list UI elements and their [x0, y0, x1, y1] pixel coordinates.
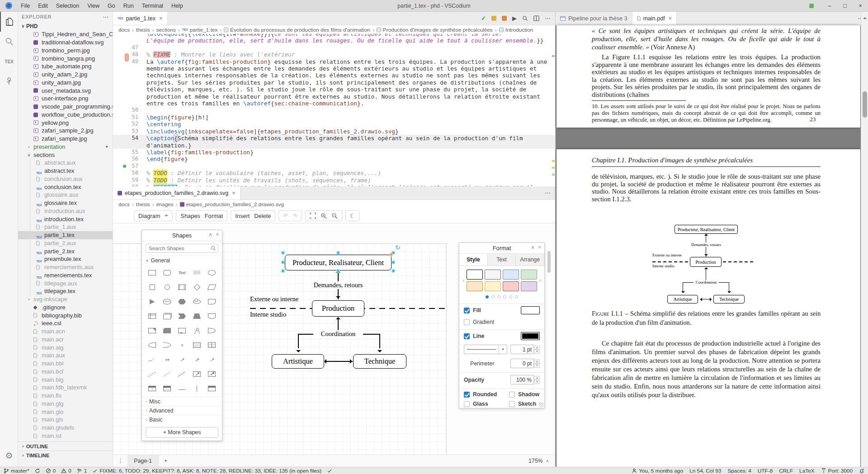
status-crlf[interactable]: CRLF: [779, 468, 793, 474]
maximize-button[interactable]: □: [837, 0, 853, 11]
node-production[interactable]: Production: [312, 300, 364, 317]
node-technique[interactable]: Technique: [353, 354, 406, 369]
opacity-input[interactable]: 100 %: [510, 375, 534, 384]
shape-trapezoid[interactable]: [189, 309, 204, 323]
shape-list[interactable]: [189, 338, 204, 352]
tab-drawio-svg[interactable]: etapes_production_familles_2.drawio.svg …: [113, 186, 241, 199]
file-row[interactable]: .gitignore: [18, 303, 113, 312]
close-tab-icon[interactable]: ×: [232, 190, 236, 196]
file-row[interactable]: abstract.aux: [18, 159, 113, 167]
file-row[interactable]: main.blg: [18, 375, 113, 384]
label-coordination[interactable]: Coordination: [313, 330, 363, 338]
menu-file[interactable]: File: [17, 3, 34, 9]
selection-handle[interactable]: [392, 261, 395, 264]
swatch-prev-icon[interactable]: ‹: [460, 277, 467, 284]
file-row[interactable]: main.aux: [18, 351, 113, 360]
selection-handle[interactable]: [336, 251, 340, 255]
fill-color-button[interactable]: [521, 306, 540, 314]
menu-run[interactable]: Run: [119, 3, 138, 9]
shape-or[interactable]: [204, 323, 219, 338]
breadcrumb-item[interactable]: Introduction: [505, 27, 533, 33]
shape-internal-storage[interactable]: [145, 309, 160, 323]
gradient-checkbox[interactable]: [464, 319, 470, 325]
status-check[interactable]: [327, 468, 332, 474]
tab-partie-1-tex[interactable]: TEX partie_1.tex ×: [113, 12, 168, 25]
settings-gear-icon[interactable]: ⚙: [0, 450, 18, 460]
shape-rounded-rectangle[interactable]: [160, 265, 175, 280]
selection-handle[interactable]: [336, 269, 340, 273]
shape-cube[interactable]: [160, 309, 175, 323]
shapes-format-buttons[interactable]: Shapes Format: [176, 210, 227, 221]
scroll-up-icon[interactable]: [863, 15, 867, 19]
menu-selection[interactable]: Selection: [52, 3, 83, 9]
file-row[interactable]: conclusion.aux: [18, 175, 113, 183]
build-play-icon[interactable]: ▶: [512, 15, 517, 22]
shape-actor[interactable]: [189, 323, 204, 338]
perimeter-stepper[interactable]: ▲▼: [534, 360, 540, 368]
status-branch[interactable]: master*: [4, 468, 29, 474]
shape-table[interactable]: [204, 338, 219, 352]
style-swatch[interactable]: [521, 281, 537, 291]
shape-cloud[interactable]: [189, 294, 204, 309]
line-checkbox[interactable]: [464, 333, 470, 339]
shape-swimlane[interactable]: [204, 381, 219, 396]
label-interne[interactable]: Interne studio: [250, 311, 286, 318]
more-actions-icon[interactable]: ⋯: [545, 15, 551, 22]
breadcrumb-item[interactable]: Production d'images de synthèse précalcu…: [383, 27, 493, 33]
file-row[interactable]: main.glg: [18, 400, 113, 408]
resize-grip[interactable]: [539, 403, 543, 407]
selection-handle[interactable]: [281, 261, 285, 264]
menu-edit[interactable]: Edit: [34, 3, 52, 9]
breadcrumb-item[interactable]: images: [156, 201, 174, 208]
outline-section[interactable]: › OUTLINE: [18, 441, 113, 450]
shape-circle[interactable]: [160, 280, 175, 294]
tab-pipeline[interactable]: Pipeline pour la thèse 3: [556, 12, 632, 25]
node-producteur[interactable]: Producteur, Realisateur, Client: [285, 255, 392, 270]
project-tree-icon[interactable]: [0, 71, 18, 91]
file-row[interactable]: unity_adam_2.jpg: [18, 71, 113, 79]
file-row[interactable]: partie_1.aux: [18, 223, 113, 231]
file-row[interactable]: vscode_pair_programming.svg: [18, 103, 113, 111]
dark-mode-button[interactable]: ☾: [345, 210, 359, 221]
breadcrumb-item[interactable]: docs: [118, 27, 130, 33]
opacity-stepper[interactable]: ▲▼: [534, 376, 540, 384]
line-width-stepper[interactable]: ▲▼: [534, 346, 540, 354]
shadow-checkbox[interactable]: [509, 392, 515, 398]
file-row[interactable]: main.fdb_latexmk: [18, 384, 113, 392]
style-swatch[interactable]: [503, 270, 519, 280]
tab-main-pdf[interactable]: main.pdf ×: [632, 12, 677, 25]
file-row[interactable]: abstract.tex: [18, 167, 113, 175]
shape-arrow-bold[interactable]: [204, 367, 219, 381]
drawio-canvas[interactable]: Externe ou interne Interne studio Demand…: [113, 225, 555, 455]
swatch-pager[interactable]: [459, 292, 544, 302]
line-width-input[interactable]: 1 pt: [510, 345, 534, 354]
close-tab-icon[interactable]: ×: [669, 15, 672, 22]
breadcrumb-item[interactable]: thesis: [136, 201, 150, 208]
file-row[interactable]: unity_adam.jpg: [18, 79, 113, 87]
connector-artistique-technique[interactable]: [326, 361, 353, 362]
status-check[interactable]: FIXME: 6, TODO: 29, KEEPIT?: 8, ASK: 8, …: [92, 468, 321, 474]
sketch-checkbox[interactable]: [509, 401, 515, 407]
breadcrumb-item[interactable]: thesis: [136, 27, 150, 33]
file-row[interactable]: glossaire.aux: [18, 191, 113, 199]
undo-redo-buttons[interactable]: ↶↷: [278, 210, 302, 221]
shape-text[interactable]: Text: [175, 265, 189, 280]
zoom-buttons[interactable]: [305, 210, 342, 221]
more-shapes-button[interactable]: + More Shapes: [146, 427, 218, 438]
status-latex[interactable]: LaTeX: [799, 468, 814, 474]
status-error[interactable]: 0: [46, 468, 56, 474]
file-row[interactable]: remerciements.aux: [18, 263, 113, 271]
status-spaces[interactable]: Spaces: 4: [727, 468, 751, 474]
section-misc[interactable]: › Misc: [142, 397, 222, 406]
collapse-icon[interactable]: ∧: [209, 232, 212, 237]
file-row[interactable]: main.bbl: [18, 360, 113, 368]
section-basic[interactable]: › Basic: [142, 415, 222, 424]
explorer-icon[interactable]: [0, 12, 18, 32]
perimeter-input[interactable]: 0 pt: [510, 359, 534, 368]
shape-vline[interactable]: [189, 381, 204, 396]
root-folder-row[interactable]: ∨ PHD: [18, 22, 113, 30]
close-tab-icon[interactable]: ×: [159, 15, 163, 22]
collapse-icon[interactable]: ∧: [531, 244, 535, 250]
status-warning[interactable]: 0: [61, 468, 71, 474]
search-icon[interactable]: [0, 32, 18, 52]
